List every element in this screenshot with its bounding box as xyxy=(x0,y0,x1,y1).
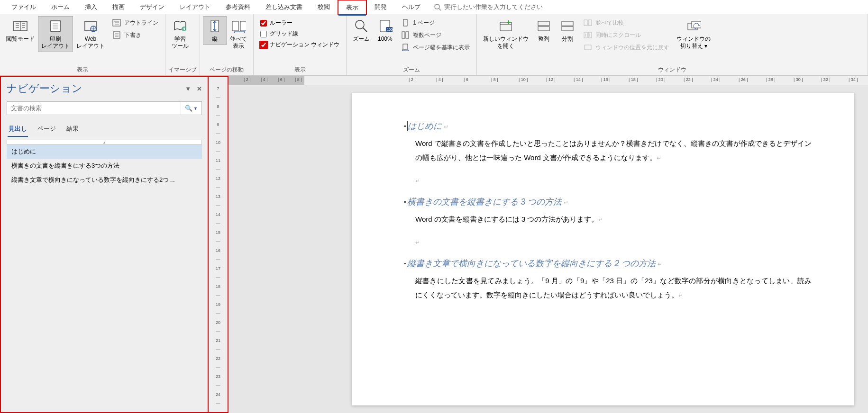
tab-developer[interactable]: 開発 xyxy=(367,0,394,14)
svg-rect-39 xyxy=(403,44,408,49)
svg-point-0 xyxy=(435,4,439,9)
svg-rect-52 xyxy=(692,21,701,28)
search-icon: 🔍 xyxy=(185,105,192,112)
tab-draw[interactable]: 描画 xyxy=(105,0,132,14)
tab-review[interactable]: 校閲 xyxy=(310,0,338,14)
ruler-checkbox[interactable]: ルーラー xyxy=(258,18,341,28)
draft-label: 下書き xyxy=(124,31,141,39)
tell-me-search[interactable]: 実行したい作業を入力してください xyxy=(434,3,543,11)
nav-tab-results[interactable]: 結果 xyxy=(65,123,80,137)
svg-rect-29 xyxy=(232,21,238,31)
nav-list-handle[interactable]: ▴ xyxy=(7,140,202,144)
nav-item-0[interactable]: はじめに xyxy=(7,144,202,159)
chevron-down-icon: ▾ xyxy=(704,43,707,49)
new-window-icon xyxy=(498,18,513,34)
page-width-button[interactable]: ページ幅を基準に表示 xyxy=(399,42,472,53)
group-page-movement-label: ページの移動 xyxy=(203,64,250,74)
tab-design[interactable]: デザイン xyxy=(132,0,172,14)
outline-button[interactable]: アウトライン xyxy=(110,17,160,28)
web-layout-button[interactable]: Web レイアウト xyxy=(73,16,108,52)
split-button[interactable]: 分割 xyxy=(556,16,579,45)
side-by-side-icon xyxy=(231,18,246,34)
svg-rect-36 xyxy=(403,19,407,26)
vertical-button[interactable]: 縦 xyxy=(203,16,227,45)
learning-tools-button[interactable]: 学習 ツール xyxy=(168,16,192,52)
nav-close-button[interactable]: ✕ xyxy=(197,85,202,92)
sync-scroll-icon xyxy=(583,30,593,40)
tab-insert[interactable]: 挿入 xyxy=(77,0,105,14)
paragraph-1[interactable]: Word で縦書きの文書を作成したいと思ったことはありませんか？横書きだけでなく… xyxy=(415,136,812,165)
heading-1[interactable]: はじめに↵ xyxy=(404,120,812,132)
svg-rect-46 xyxy=(584,20,587,26)
svg-rect-50 xyxy=(585,45,591,50)
ruler-check-input[interactable] xyxy=(260,20,267,27)
tab-help[interactable]: ヘルプ xyxy=(394,0,428,14)
svg-rect-30 xyxy=(240,21,246,31)
document-page[interactable]: はじめに↵ Word で縦書きの文書を作成したいと思ったことはありませんか？横書… xyxy=(352,93,854,405)
main-area: ナビゲーション ▼ ✕ 🔍▼ 見出し ページ 結果 ▴ はじめに 横書きの文書を… xyxy=(0,76,868,413)
switch-window-label: ウィンドウの 切り替え ▾ xyxy=(676,36,711,50)
nav-tabs: 見出し ページ 結果 xyxy=(1,119,208,137)
svg-rect-10 xyxy=(51,21,60,31)
vertical-label: 縦 xyxy=(212,36,218,43)
ruler-label: ルーラー xyxy=(270,19,292,27)
side-by-side-button[interactable]: 並べて 表示 xyxy=(227,16,250,52)
tab-layout[interactable]: レイアウト xyxy=(172,0,218,14)
nav-tab-headings[interactable]: 見出し xyxy=(8,123,28,137)
paragraph-3[interactable]: 縦書きにした文書を見てみましょう。「9 月」の「9」や「23 日」の「23」など… xyxy=(415,274,812,302)
nav-pane-check-input[interactable] xyxy=(260,42,267,48)
print-layout-icon xyxy=(48,18,63,34)
group-immersive-label: イマーシブ xyxy=(168,64,197,74)
new-window-button[interactable]: 新しいウィンドウ を開く xyxy=(480,16,532,52)
reset-position-button: ウィンドウの位置を元に戻す xyxy=(581,42,671,53)
nav-item-2[interactable]: 縦書き文章で横向きになっている数字を縦向きにする2つ… xyxy=(7,173,202,187)
multi-page-button[interactable]: 複数ページ xyxy=(399,29,472,41)
tab-home[interactable]: ホーム xyxy=(44,0,77,14)
gridlines-check-input[interactable] xyxy=(260,31,267,37)
nav-search[interactable]: 🔍▼ xyxy=(7,101,202,115)
read-mode-icon xyxy=(13,18,28,34)
nav-tab-pages[interactable]: ページ xyxy=(37,123,57,137)
search-icon xyxy=(434,3,441,11)
split-label: 分割 xyxy=(562,36,573,43)
heading-3[interactable]: 縦書き文章で横向きになっている数字を縦向きにする 2 つの方法↵ xyxy=(404,258,812,269)
nav-item-1[interactable]: 横書きの文書を縦書きにする3つの方法 xyxy=(7,159,202,173)
read-mode-button[interactable]: 閲覧モード xyxy=(3,16,38,45)
view-side-by-side-button: 並べて比較 xyxy=(581,17,671,28)
sync-scroll-label: 同時にスクロール xyxy=(595,31,641,39)
switch-window-button[interactable]: ウィンドウの 切り替え ▾ xyxy=(673,16,714,52)
hundred-percent-button[interactable]: 100 100% xyxy=(373,16,397,45)
nav-options-button[interactable]: ▼ xyxy=(185,85,191,92)
nav-search-button[interactable]: 🔍▼ xyxy=(181,102,201,115)
tab-view[interactable]: 表示 xyxy=(338,0,367,15)
document-area: | 8 || 6 || 4 || 2 || 2 || 4 || 6 || 8 |… xyxy=(228,76,868,413)
svg-text:100: 100 xyxy=(387,28,393,31)
learning-tools-icon xyxy=(173,18,188,34)
gridlines-checkbox[interactable]: グリッド線 xyxy=(258,29,341,39)
paragraph-blank-2[interactable]: ↵ xyxy=(415,235,812,249)
group-window: 新しいウィンドウ を開く 整列 分割 並べて比較 同時にスクロール ウィンドウの… xyxy=(477,14,868,75)
nav-search-input[interactable] xyxy=(7,102,181,115)
reset-pos-icon xyxy=(583,43,593,52)
tab-references[interactable]: 参考資料 xyxy=(218,0,258,14)
multi-page-label: 複数ページ xyxy=(413,31,441,39)
arrange-button[interactable]: 整列 xyxy=(532,16,556,45)
paragraph-2[interactable]: Word の文書を縦書きにするには 3 つの方法があります。↵ xyxy=(415,212,812,226)
heading-2[interactable]: 横書きの文書を縦書きにする 3 つの方法↵ xyxy=(404,196,812,207)
group-zoom-label: ズーム xyxy=(349,64,474,74)
group-zoom: ズーム 100 100% 1 ページ 複数ページ ページ幅を基準に表示 ズーム xyxy=(347,14,477,75)
one-page-button[interactable]: 1 ページ xyxy=(399,17,472,28)
paragraph-blank-1[interactable]: ↵ xyxy=(415,173,812,188)
svg-line-1 xyxy=(439,9,441,10)
tab-mailings[interactable]: 差し込み文書 xyxy=(258,0,310,14)
print-layout-button[interactable]: 印刷 レイアウト xyxy=(38,16,73,52)
draft-button[interactable]: 下書き xyxy=(110,29,160,41)
zoom-button[interactable]: ズーム xyxy=(349,16,373,45)
view-side-label: 並べて比較 xyxy=(595,19,624,27)
outline-icon xyxy=(112,18,121,27)
tab-file[interactable]: ファイル xyxy=(4,0,44,14)
svg-rect-40 xyxy=(500,22,512,31)
svg-line-32 xyxy=(363,28,367,32)
side-by-side-label: 並べて 表示 xyxy=(230,36,247,50)
nav-pane-checkbox[interactable]: ナビゲーション ウィンドウ xyxy=(258,40,341,50)
